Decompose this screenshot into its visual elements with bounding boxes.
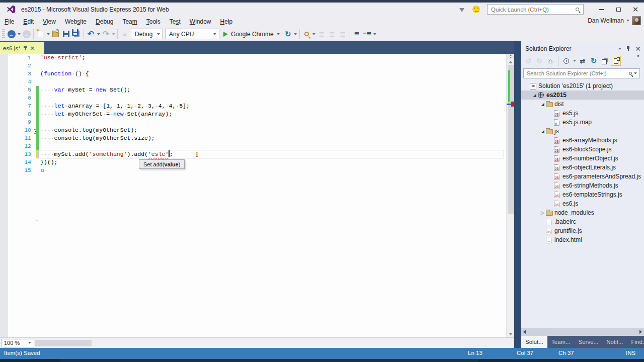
code-line-15[interactable]: 15 xyxy=(0,166,506,174)
solution-search-input[interactable] xyxy=(524,70,629,76)
menu-edit[interactable]: Edit xyxy=(19,17,38,26)
panel-tab-notif[interactable]: Notif... xyxy=(602,336,627,348)
menu-help[interactable]: Help xyxy=(216,17,237,26)
chevron-down-icon[interactable] xyxy=(293,33,298,35)
solution-platform-dropdown[interactable]: Any CPU xyxy=(165,29,219,39)
tree-item-es6-js[interactable]: es6.js xyxy=(521,199,644,208)
new-file-icon[interactable] xyxy=(35,29,46,39)
code-line-1[interactable]: 1'use·strict'; xyxy=(0,54,506,62)
minimize-button[interactable] xyxy=(593,4,610,15)
chevron-down-icon[interactable] xyxy=(17,33,21,35)
tree-item-solution-es2015-1-project-[interactable]: ∞Solution 'es2015' (1 project) xyxy=(521,81,644,90)
scroll-up-icon[interactable] xyxy=(509,61,513,63)
se-collapse-all-icon[interactable] xyxy=(600,56,610,66)
split-window-handle[interactable]: ▲▼ xyxy=(507,54,514,59)
chevron-down-icon[interactable] xyxy=(572,60,577,62)
expander-open-icon[interactable]: ◢ xyxy=(539,102,546,107)
close-button[interactable]: ✕ xyxy=(627,4,644,15)
toolbar-grip[interactable] xyxy=(2,29,5,39)
chevron-down-icon[interactable] xyxy=(46,33,50,35)
chevron-down-icon[interactable] xyxy=(111,33,116,35)
send-a-smile-icon[interactable] xyxy=(472,6,480,13)
quick-launch-input[interactable] xyxy=(488,7,576,13)
se-sync-icon[interactable]: ⇄ xyxy=(578,56,588,66)
tree-item-js[interactable]: ◢js xyxy=(521,127,644,136)
editor-vertical-scrollbar[interactable]: ▲▼ xyxy=(506,54,514,337)
tree-item-dist[interactable]: ◢dist xyxy=(521,100,644,109)
code-line-12[interactable]: 12 xyxy=(0,142,506,150)
menu-window[interactable]: Window xyxy=(185,17,216,26)
undo-icon[interactable]: ↶ xyxy=(86,29,96,39)
pin-icon[interactable] xyxy=(24,46,27,50)
editor-horizontal-scrollbar[interactable] xyxy=(35,339,513,347)
tree-item-index-html[interactable]: index.html xyxy=(521,235,644,244)
tree-item-node-modules[interactable]: ▷node_modules xyxy=(521,208,644,217)
chevron-down-icon[interactable] xyxy=(312,33,316,35)
scroll-left-icon[interactable] xyxy=(523,330,526,334)
code-line-7[interactable]: 7····let·anArray·=·[1,·1,·1,·2,·3,·4,·4,… xyxy=(0,102,506,110)
panel-tab-serve[interactable]: Serve... xyxy=(575,336,603,348)
se-home-icon[interactable]: ⌂ xyxy=(545,56,555,66)
tree-item-es6-parametersandspread-js[interactable]: es6-parametersAndSpread.js xyxy=(521,172,644,181)
expander-open-icon[interactable]: ◢ xyxy=(539,129,546,134)
add-existing-item-icon[interactable] xyxy=(50,29,61,39)
code-line-13[interactable]: 13····mySet.add('something').add('esle'; xyxy=(0,150,506,158)
navigate-backward-icon[interactable]: ← xyxy=(6,29,17,39)
menu-website[interactable]: Website xyxy=(60,17,91,26)
expander-closed-icon[interactable]: ▷ xyxy=(539,210,546,215)
increase-indent-icon[interactable]: ⁼≣ xyxy=(362,29,373,39)
close-panel-icon[interactable]: ✕ xyxy=(635,46,641,51)
user-account-area[interactable]: Dan Wellman xyxy=(588,15,641,26)
tree-item-es6-templatestrings-js[interactable]: es6-templateStrings.js xyxy=(521,190,644,199)
menu-view[interactable]: View xyxy=(38,17,60,26)
menu-file[interactable]: File xyxy=(0,17,19,26)
tree-item-es2015[interactable]: ◢es2015 xyxy=(521,90,644,100)
chevron-down-icon[interactable] xyxy=(373,33,377,35)
tree-horizontal-scrollbar[interactable] xyxy=(521,328,644,336)
decrease-indent-icon[interactable]: ≣ xyxy=(352,29,362,39)
quick-launch-box[interactable] xyxy=(487,4,584,15)
menu-debug[interactable]: Debug xyxy=(91,17,118,26)
window-position-icon[interactable] xyxy=(618,48,621,50)
tree-item-es6-arraymethods-js[interactable]: es6-arrayMethods.js xyxy=(521,136,644,145)
scroll-down-icon[interactable] xyxy=(509,333,513,335)
se-show-all-files-icon[interactable] xyxy=(611,56,621,66)
tree-item--babelrc[interactable]: .babelrc xyxy=(521,217,644,226)
se-overflow-icon[interactable]: '' xyxy=(633,52,643,62)
code-line-5[interactable]: 5····var·mySet·=·new·Set(); xyxy=(0,86,506,94)
expander-open-icon[interactable]: ◢ xyxy=(531,93,538,98)
code-line-8[interactable]: 8····let·myOtherSet·=·new·Set(anArray); xyxy=(0,110,506,118)
save-icon[interactable] xyxy=(61,29,71,39)
menu-test[interactable]: Test xyxy=(165,17,185,26)
panel-tab-solut[interactable]: Solut... xyxy=(521,336,547,348)
tab-es6js[interactable]: es6.js* ✕ xyxy=(0,42,44,54)
se-pending-changes-icon[interactable] xyxy=(561,56,571,66)
code-line-11[interactable]: 11····console.log(myOtherSet.size); xyxy=(0,134,506,142)
redo-icon[interactable]: ↷ xyxy=(101,29,111,39)
tree-item-es6-stringmethods-js[interactable]: es6-stringMethods.js xyxy=(521,181,644,190)
hscrollbar-thumb[interactable] xyxy=(35,340,92,346)
code-line-2[interactable]: 2 xyxy=(0,62,506,70)
browser-refresh-icon[interactable]: ↻ xyxy=(283,29,293,39)
scroll-right-icon[interactable] xyxy=(639,330,642,334)
code-line-9[interactable]: 9 xyxy=(0,118,506,126)
menu-tools[interactable]: Tools xyxy=(142,17,165,26)
code-line-3[interactable]: 3(function·()·{ xyxy=(0,70,506,78)
tree-item-gruntfile-js[interactable]: gruntfile.js xyxy=(521,226,644,235)
tree-item-es6-blockscope-js[interactable]: es6-blockScope.js xyxy=(521,145,644,154)
search-box[interactable] xyxy=(523,68,640,78)
solution-explorer-header[interactable]: Solution Explorer ✕ xyxy=(521,41,644,54)
feedback-icon[interactable] xyxy=(459,8,464,12)
tree-item-es5-js[interactable]: es5.js xyxy=(521,109,644,118)
panel-tab-find[interactable]: Find... xyxy=(627,336,644,348)
chevron-down-icon[interactable] xyxy=(96,33,101,35)
code-editor[interactable]: 1'use·strict';23(function·()·{45····var·… xyxy=(0,54,514,337)
auto-hide-pin-icon[interactable] xyxy=(626,46,630,51)
menu-team[interactable]: Team xyxy=(118,17,141,26)
tree-item-es6-objectliterals-js[interactable]: es6-objectLiterals.js xyxy=(521,163,644,172)
tree-item-es5-js-map[interactable]: es5.js.map xyxy=(521,118,644,127)
solution-configuration-dropdown[interactable]: Debug xyxy=(131,29,163,39)
tree-item-es6-numberobject-js[interactable]: es6-numberObject.js xyxy=(521,154,644,163)
start-debugging-button[interactable]: Google Chrome xyxy=(220,31,283,38)
code-line-6[interactable]: 6 xyxy=(0,94,506,102)
